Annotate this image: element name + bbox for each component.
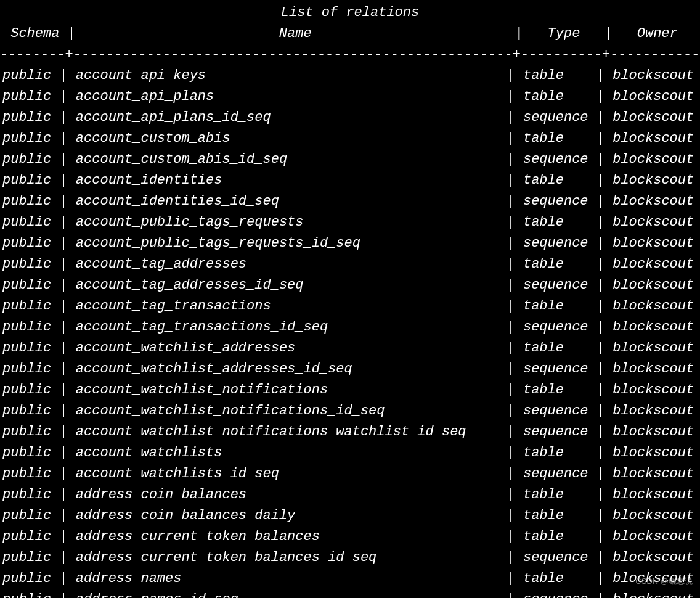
cell-owner: blockscout	[612, 173, 694, 188]
cell-name: address_names_id_seq	[76, 592, 499, 598]
cell-name: address_current_token_balances_id_seq	[76, 550, 499, 565]
table-row: public | account_public_tags_requests | …	[0, 212, 700, 233]
cell-owner: blockscout	[612, 89, 694, 104]
table-row: public | account_watchlist_notifications…	[0, 422, 700, 443]
cell-name: account_watchlist_addresses	[76, 340, 499, 356]
table-row: public | address_current_token_balances …	[0, 526, 700, 547]
cell-schema: public	[2, 68, 59, 83]
table-row: public | account_identities_id_seq | seq…	[0, 191, 700, 212]
cell-name: account_custom_abis	[76, 131, 499, 146]
cell-owner: blockscout	[612, 110, 694, 125]
table-row: public | account_tag_transactions_id_seq…	[0, 317, 700, 338]
table-row: public | account_watchlist_addresses_id_…	[0, 359, 700, 380]
cell-name: account_public_tags_requests_id_seq	[76, 236, 499, 251]
table-row: public | account_watchlist_notifications…	[0, 380, 700, 401]
psql-separator: --------+-------------------------------…	[0, 44, 700, 65]
cell-name: address_coin_balances_daily	[76, 508, 499, 523]
cell-name: account_tag_transactions_id_seq	[76, 319, 499, 335]
cell-schema: public	[2, 89, 59, 104]
cell-name: account_watchlist_addresses_id_seq	[76, 361, 499, 377]
cell-owner: blockscout	[612, 277, 694, 293]
cell-name: account_watchlist_notifications	[76, 382, 499, 398]
table-row: public | address_names | table | blocksc…	[0, 568, 700, 589]
psql-body: public | account_api_keys | table | bloc…	[0, 65, 700, 598]
cell-type: table	[523, 131, 588, 146]
cell-schema: public	[2, 319, 59, 335]
cell-schema: public	[2, 403, 59, 419]
cell-type: table	[523, 173, 588, 188]
cell-schema: public	[2, 487, 59, 502]
cell-schema: public	[2, 152, 59, 167]
cell-schema: public	[2, 571, 59, 586]
cell-name: account_api_plans_id_seq	[76, 110, 499, 125]
cell-schema: public	[2, 215, 59, 230]
cell-name: account_api_keys	[76, 68, 499, 83]
cell-type: table	[523, 382, 588, 398]
cell-owner: blockscout	[612, 529, 694, 544]
cell-owner: blockscout	[612, 550, 694, 565]
table-row: public | address_coin_balances_daily | t…	[0, 506, 700, 526]
cell-schema: public	[2, 110, 59, 125]
cell-type: sequence	[523, 236, 588, 251]
table-row: public | address_current_token_balances_…	[0, 547, 700, 568]
cell-owner: blockscout	[612, 319, 694, 335]
table-row: public | account_tag_transactions | tabl…	[0, 296, 700, 317]
table-row: public | account_custom_abis | table | b…	[0, 128, 700, 149]
cell-type: sequence	[523, 319, 588, 335]
cell-owner: blockscout	[612, 403, 694, 419]
cell-type: sequence	[523, 110, 588, 125]
cell-name: address_current_token_balances	[76, 529, 499, 544]
cell-type: sequence	[523, 277, 588, 293]
cell-owner: blockscout	[612, 361, 694, 377]
cell-schema: public	[2, 194, 59, 209]
cell-schema: public	[2, 466, 59, 481]
table-row: public | account_tag_addresses | table |…	[0, 254, 700, 275]
cell-name: account_identities	[76, 173, 499, 188]
table-row: public | account_custom_abis_id_seq | se…	[0, 149, 700, 170]
cell-type: sequence	[523, 466, 588, 481]
cell-schema: public	[2, 592, 59, 598]
cell-owner: blockscout	[612, 236, 694, 251]
table-row: public | account_watchlists | table | bl…	[0, 443, 700, 464]
cell-schema: public	[2, 256, 59, 272]
cell-schema: public	[2, 131, 59, 146]
cell-type: table	[523, 529, 588, 544]
table-row: public | address_names_id_seq | sequence…	[0, 589, 700, 598]
cell-schema: public	[2, 236, 59, 251]
cell-owner: blockscout	[612, 592, 694, 598]
cell-type: table	[523, 445, 588, 461]
cell-type: sequence	[523, 592, 588, 598]
cell-type: table	[523, 340, 588, 356]
table-row: public | account_tag_addresses_id_seq | …	[0, 275, 700, 296]
cell-type: table	[523, 256, 588, 272]
cell-owner: blockscout	[612, 298, 694, 314]
cell-name: address_coin_balances	[76, 487, 499, 502]
cell-schema: public	[2, 445, 59, 461]
cell-schema: public	[2, 361, 59, 377]
cell-type: sequence	[523, 424, 588, 440]
cell-type: table	[523, 298, 588, 314]
cell-owner: blockscout	[612, 445, 694, 461]
cell-name: account_watchlists_id_seq	[76, 466, 499, 481]
cell-owner: blockscout	[612, 68, 694, 83]
cell-schema: public	[2, 382, 59, 398]
cell-name: account_watchlists	[76, 445, 499, 461]
cell-name: account_public_tags_requests	[76, 215, 499, 230]
cell-name: account_tag_transactions	[76, 298, 499, 314]
cell-owner: blockscout	[612, 487, 694, 502]
cell-type: table	[523, 508, 588, 523]
psql-title: List of relations	[0, 2, 700, 23]
cell-owner: blockscout	[612, 508, 694, 523]
cell-type: sequence	[523, 403, 588, 419]
cell-name: account_api_plans	[76, 89, 499, 104]
cell-owner: blockscout	[612, 152, 694, 167]
cell-type: table	[523, 571, 588, 586]
cell-type: sequence	[523, 361, 588, 377]
table-row: public | account_public_tags_requests_id…	[0, 233, 700, 254]
cell-schema: public	[2, 298, 59, 314]
cell-name: account_tag_addresses	[76, 256, 499, 272]
watermark-text: CSDN @鲲志说	[635, 571, 693, 592]
psql-header-row: Schema | Name | Type | Owner	[0, 23, 700, 44]
cell-name: address_names	[76, 571, 499, 586]
table-row: public | account_api_plans_id_seq | sequ…	[0, 107, 700, 128]
